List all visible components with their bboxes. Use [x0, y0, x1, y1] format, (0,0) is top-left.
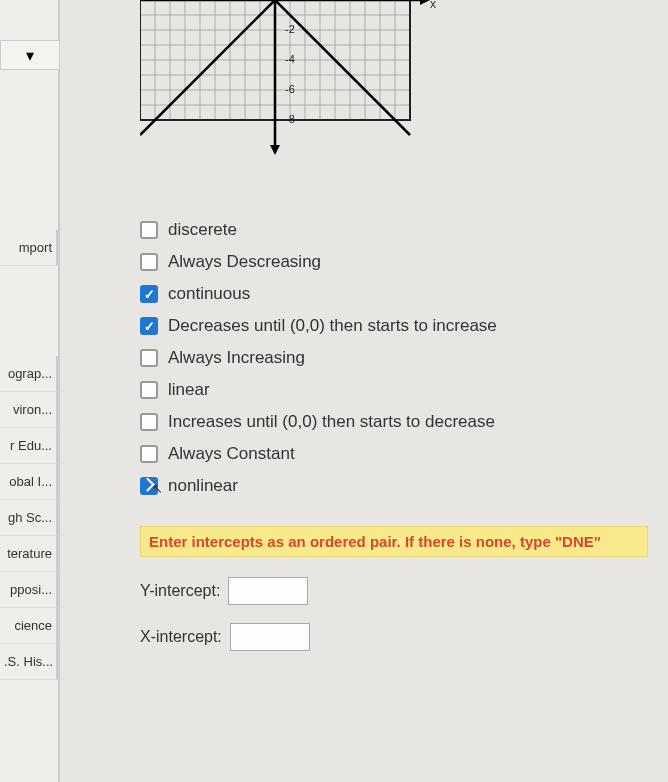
- sidebar-item-highschool[interactable]: gh Sc...: [0, 500, 58, 536]
- intercept-prompt: Enter intercepts as an ordered pair. If …: [140, 526, 648, 557]
- option-continuous[interactable]: continuous: [140, 284, 648, 304]
- svg-line-34: [275, 0, 410, 135]
- sidebar-item-environment[interactable]: viron...: [0, 392, 58, 428]
- sidebar-item-opposites[interactable]: pposi...: [0, 572, 58, 608]
- option-label: Always Descreasing: [168, 252, 321, 272]
- option-discerete[interactable]: discerete: [140, 220, 648, 240]
- checkbox-icon[interactable]: [140, 221, 158, 239]
- option-label: Always Increasing: [168, 348, 305, 368]
- checkbox-icon[interactable]: [140, 317, 158, 335]
- sidebar-item-import[interactable]: mport: [0, 230, 58, 266]
- svg-text:-4: -4: [285, 53, 295, 65]
- checkbox-icon[interactable]: [140, 285, 158, 303]
- option-always-decreasing[interactable]: Always Descreasing: [140, 252, 648, 272]
- checkbox-icon[interactable]: [140, 413, 158, 431]
- y-intercept-row: Y-intercept:: [140, 577, 648, 605]
- option-label: nonlinear: [168, 476, 238, 496]
- checkbox-icon[interactable]: [140, 477, 158, 495]
- option-decreases-then-increases[interactable]: Decreases until (0,0) then starts to inc…: [140, 316, 648, 336]
- option-label: linear: [168, 380, 210, 400]
- y-intercept-input[interactable]: [228, 577, 308, 605]
- sidebar-item-global[interactable]: obal I...: [0, 464, 58, 500]
- option-always-increasing[interactable]: Always Increasing: [140, 348, 648, 368]
- option-label: Always Constant: [168, 444, 295, 464]
- option-nonlinear[interactable]: ↖ nonlinear: [140, 476, 648, 496]
- svg-line-33: [140, 0, 275, 135]
- sidebar-item-ushistory[interactable]: .S. His...: [0, 644, 58, 680]
- sidebar-item-literature[interactable]: terature: [0, 536, 58, 572]
- x-intercept-input[interactable]: [230, 623, 310, 651]
- svg-text:-8: -8: [285, 113, 295, 125]
- checkbox-icon[interactable]: [140, 381, 158, 399]
- sidebar: mport ograp... viron... r Edu... obal I.…: [0, 0, 60, 782]
- svg-text:-2: -2: [285, 23, 295, 35]
- checkbox-icon[interactable]: [140, 349, 158, 367]
- x-intercept-row: X-intercept:: [140, 623, 648, 651]
- option-label: discerete: [168, 220, 237, 240]
- option-label: Decreases until (0,0) then starts to inc…: [168, 316, 497, 336]
- x-axis-label: x: [430, 0, 436, 11]
- svg-marker-30: [270, 145, 280, 155]
- option-increases-then-decreases[interactable]: Increases until (0,0) then starts to dec…: [140, 412, 648, 432]
- chevron-down-icon: ▾: [26, 46, 34, 65]
- option-label: continuous: [168, 284, 250, 304]
- main-content: -8 -6 -4 -2 2 4 6 8 -2 -4 -6 -8 x discer…: [60, 0, 668, 782]
- options-list: discerete Always Descreasing continuous …: [140, 220, 648, 496]
- graph-figure: -8 -6 -4 -2 2 4 6 8 -2 -4 -6 -8 x: [140, 0, 430, 150]
- option-linear[interactable]: linear: [140, 380, 648, 400]
- y-intercept-label: Y-intercept:: [140, 582, 220, 600]
- checkbox-icon[interactable]: [140, 445, 158, 463]
- option-label: Increases until (0,0) then starts to dec…: [168, 412, 495, 432]
- sidebar-item-education[interactable]: r Edu...: [0, 428, 58, 464]
- svg-marker-32: [420, 0, 430, 5]
- checkbox-icon[interactable]: [140, 253, 158, 271]
- option-always-constant[interactable]: Always Constant: [140, 444, 648, 464]
- dropdown-toggle[interactable]: ▾: [0, 40, 60, 70]
- sidebar-item-science[interactable]: cience: [0, 608, 58, 644]
- x-intercept-label: X-intercept:: [140, 628, 222, 646]
- svg-text:-6: -6: [285, 83, 295, 95]
- sidebar-item-geography[interactable]: ograp...: [0, 356, 58, 392]
